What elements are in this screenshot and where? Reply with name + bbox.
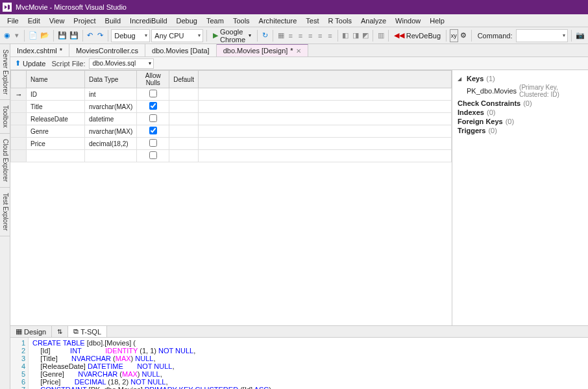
menu-view[interactable]: View xyxy=(45,17,69,25)
props-indexes[interactable]: Indexes (0) xyxy=(458,108,583,117)
cell-name[interactable]: Title xyxy=(27,101,85,113)
tb-cam-button[interactable]: 📷 xyxy=(575,29,585,42)
menu-window[interactable]: Window xyxy=(391,17,425,25)
tb-misc-6[interactable]: ≡ xyxy=(326,29,334,42)
sidetab-server-explorer[interactable]: Server Explorer xyxy=(0,44,10,100)
allow-nulls-checkbox[interactable] xyxy=(149,127,157,134)
allow-nulls-checkbox[interactable] xyxy=(149,102,157,110)
props-checks[interactable]: Check Constraints (0) xyxy=(458,99,583,108)
row-header[interactable] xyxy=(11,138,27,150)
tab-tsql[interactable]: ⧉ T-SQL xyxy=(68,326,107,337)
row-header[interactable] xyxy=(11,101,27,113)
tb-xy-button[interactable]: xy xyxy=(450,29,458,42)
props-triggers[interactable]: Triggers (0) xyxy=(458,126,583,135)
cell-name[interactable]: Price xyxy=(27,138,85,150)
allow-nulls-checkbox[interactable] xyxy=(149,151,157,159)
update-button[interactable]: ⬆ Update xyxy=(13,59,47,68)
menu-file[interactable]: File xyxy=(3,17,23,25)
table-row[interactable]: Genrenvarchar(MAX) xyxy=(11,125,452,138)
tb-misc-5[interactable]: ≡ xyxy=(316,29,325,42)
menu-analyze[interactable]: Analyze xyxy=(356,17,391,25)
new-project-button[interactable]: 📄 xyxy=(28,29,38,42)
tsql-editor[interactable]: 12345678910 CREATE TABLE [dbo].[Movies] … xyxy=(10,337,588,389)
doctab-index-cshtml[interactable]: Index.cshtml* xyxy=(10,44,69,56)
save-all-button[interactable]: 💾 xyxy=(69,29,79,42)
cell-name[interactable] xyxy=(27,150,85,162)
sidetab-cloud-explorer[interactable]: Cloud Explorer xyxy=(0,134,10,188)
cell-default[interactable] xyxy=(169,125,199,138)
table-row[interactable]: ReleaseDatedatetime xyxy=(11,113,452,125)
allow-nulls-checkbox[interactable] xyxy=(149,90,157,97)
cell-default[interactable] xyxy=(169,138,199,150)
tb-misc-2[interactable]: ≡ xyxy=(286,29,295,42)
cell-type[interactable]: datetime xyxy=(85,113,137,125)
tb-misc-9[interactable]: ◩ xyxy=(361,29,369,42)
props-key-item[interactable]: PK_dbo.Movies (Primary Key, Clustered: I… xyxy=(458,83,583,99)
doctab-movies-design[interactable]: dbo.Movies [Design]* ✕ xyxy=(217,44,308,56)
menu-incredibuild[interactable]: IncrediBuild xyxy=(125,17,171,25)
redo-button[interactable]: ↷ xyxy=(95,29,104,42)
sidetab-toolbox[interactable]: Toolbox xyxy=(0,100,10,133)
run-button[interactable]: ▶ Google Chrome ▾ xyxy=(210,28,254,44)
columns-grid[interactable]: Name Data Type Allow Nulls Default ⊸IDin… xyxy=(10,70,452,325)
tb-misc-8[interactable]: ◨ xyxy=(351,29,360,42)
cell-name[interactable]: ID xyxy=(27,88,85,101)
sidetab-test-explorer[interactable]: Test Explorer xyxy=(0,188,10,236)
doctab-moviescontroller[interactable]: MoviesController.cs xyxy=(69,44,145,56)
cell-nulls[interactable] xyxy=(137,88,169,101)
table-row[interactable]: Pricedecimal(18,2) xyxy=(11,138,452,150)
menu-build[interactable]: Build xyxy=(101,17,125,25)
menu-team[interactable]: Team xyxy=(202,17,228,25)
col-header-name[interactable]: Name xyxy=(27,71,85,88)
cell-nulls[interactable] xyxy=(137,125,169,138)
tb-misc-3[interactable]: ≡ xyxy=(296,29,304,42)
props-keys[interactable]: ◢ Keys (1) xyxy=(458,74,583,83)
cell-default[interactable] xyxy=(169,113,199,125)
col-header-datatype[interactable]: Data Type xyxy=(85,71,137,88)
table-row[interactable] xyxy=(11,150,452,162)
tb-misc-4[interactable]: ≡ xyxy=(306,29,315,42)
cell-nulls[interactable] xyxy=(137,101,169,113)
nav-fwd-button[interactable]: ▾ xyxy=(12,29,21,42)
row-header[interactable] xyxy=(11,125,27,138)
col-header-default[interactable]: Default xyxy=(169,71,199,88)
row-header[interactable]: ⊸ xyxy=(11,88,27,101)
menu-help[interactable]: Help xyxy=(425,17,449,25)
tb-misc-7[interactable]: ◧ xyxy=(341,29,350,42)
expand-icon[interactable]: ◢ xyxy=(458,76,464,82)
revdebug-button[interactable]: ◀◀ RevDeBug xyxy=(392,31,443,40)
tb-misc-10[interactable]: ▥ xyxy=(376,29,385,42)
refresh-button[interactable]: ↻ xyxy=(261,29,269,42)
tab-splitter[interactable]: ⇅ xyxy=(52,326,68,337)
nav-back-button[interactable]: ◉ xyxy=(3,29,11,42)
cell-type[interactable] xyxy=(85,150,137,162)
cell-type[interactable]: decimal(18,2) xyxy=(85,138,137,150)
props-fks[interactable]: Foreign Keys (0) xyxy=(458,117,583,126)
cell-type[interactable]: nvarchar(MAX) xyxy=(85,125,137,138)
cell-nulls[interactable] xyxy=(137,150,169,162)
close-icon[interactable]: ✕ xyxy=(296,47,301,55)
menu-edit[interactable]: Edit xyxy=(23,17,45,25)
cell-name[interactable]: Genre xyxy=(27,125,85,138)
cell-type[interactable]: nvarchar(MAX) xyxy=(85,101,137,113)
cell-default[interactable] xyxy=(169,150,199,162)
col-header-allownulls[interactable]: Allow Nulls xyxy=(137,71,169,88)
tb-gear-button[interactable]: ⚙ xyxy=(459,29,468,42)
cell-nulls[interactable] xyxy=(137,138,169,150)
config-combo[interactable]: Debug xyxy=(111,29,150,42)
undo-button[interactable]: ↶ xyxy=(86,29,94,42)
row-header[interactable] xyxy=(11,113,27,125)
menu-rtools[interactable]: R Tools xyxy=(323,17,356,25)
cell-default[interactable] xyxy=(169,88,199,101)
menu-architecture[interactable]: Architecture xyxy=(254,17,302,25)
menu-project[interactable]: Project xyxy=(69,17,100,25)
table-row[interactable]: ⊸IDint xyxy=(11,88,452,101)
cell-nulls[interactable] xyxy=(137,113,169,125)
menu-debug[interactable]: Debug xyxy=(172,17,202,25)
doctab-movies-data[interactable]: dbo.Movies [Data] xyxy=(145,44,217,56)
command-combo[interactable] xyxy=(516,29,568,42)
allow-nulls-checkbox[interactable] xyxy=(149,114,157,122)
cell-default[interactable] xyxy=(169,101,199,113)
tb-misc-1[interactable]: ▦ xyxy=(276,29,285,42)
cell-name[interactable]: ReleaseDate xyxy=(27,113,85,125)
